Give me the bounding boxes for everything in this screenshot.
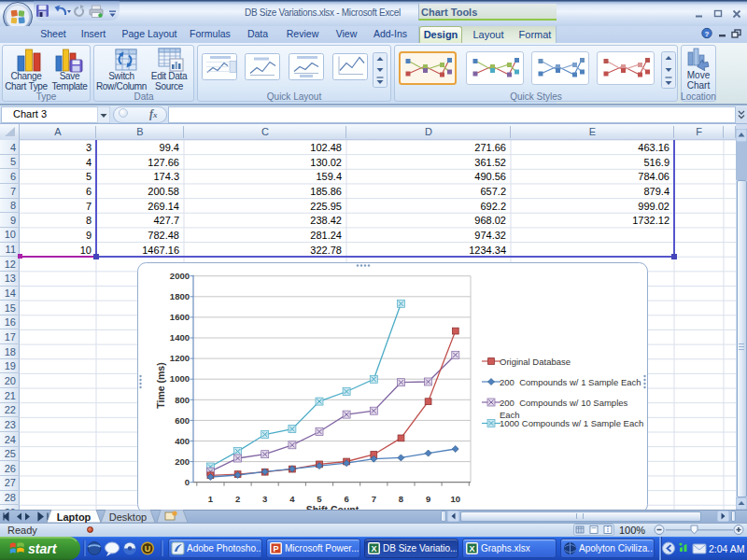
svg-text:7: 7 <box>372 494 376 504</box>
svg-text:2000: 2000 <box>170 271 190 281</box>
svg-text:1200: 1200 <box>170 353 190 363</box>
svg-text:9: 9 <box>426 494 430 504</box>
svg-text:0: 0 <box>185 477 190 487</box>
svg-text:200 Compounds w/ 1 Sample Eac: 200 Compounds w/ 1 Sample Each <box>500 377 641 387</box>
svg-text:600: 600 <box>175 415 190 426</box>
svg-text:8: 8 <box>399 494 403 504</box>
svg-text:5: 5 <box>317 494 322 504</box>
svg-text:400: 400 <box>175 436 190 446</box>
svg-text:6: 6 <box>344 494 348 504</box>
svg-text:800: 800 <box>175 395 190 405</box>
svg-text:Time (ms): Time (ms) <box>155 362 166 408</box>
svg-text:start: start <box>28 541 58 556</box>
svg-text:200 Compounds w/ 10 Samples: 200 Compounds w/ 10 Samples <box>500 398 628 408</box>
svg-text:P: P <box>273 544 278 553</box>
svg-text:1600: 1600 <box>170 312 190 322</box>
svg-text:200: 200 <box>175 456 190 467</box>
svg-text:1000: 1000 <box>170 373 190 384</box>
svg-text:X: X <box>469 544 474 553</box>
svg-text:1400: 1400 <box>170 332 190 343</box>
svg-text:1000 Compounds w/ 1 Sample Eac: 1000 Compounds w/ 1 Sample Each <box>500 418 643 428</box>
svg-text:4: 4 <box>289 494 295 504</box>
svg-text:X: X <box>371 544 376 553</box>
svg-text:Original Database: Original Database <box>500 357 571 367</box>
svg-text:1: 1 <box>208 494 214 504</box>
svg-text:U: U <box>145 544 151 553</box>
svg-text:2: 2 <box>235 494 240 504</box>
svg-text:1800: 1800 <box>170 291 190 301</box>
svg-text:3: 3 <box>262 494 267 504</box>
svg-text:10: 10 <box>451 494 461 504</box>
